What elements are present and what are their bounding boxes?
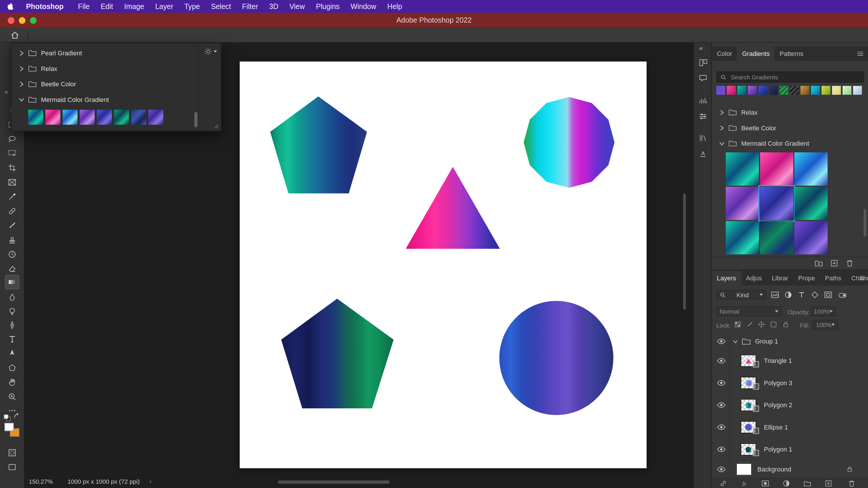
zoom-tool[interactable] [5,390,19,403]
menu-image[interactable]: Image [119,0,150,13]
picker-settings-gear-icon[interactable] [204,48,217,56]
gradient-search-input[interactable] [730,73,861,81]
tab-paths[interactable]: Paths [820,271,846,286]
lock-image-pixels-icon[interactable] [746,321,753,328]
gradient-preset-swatch[interactable] [842,86,851,95]
layer-name[interactable]: Ellipse 1 [764,424,788,431]
layer-row-triangle-1[interactable]: Triangle 1 [712,350,868,372]
gradient-grid-swatch[interactable] [726,152,759,185]
gradient-swatch[interactable] [131,110,146,125]
menu-window[interactable]: Window [345,0,382,13]
filter-adjustment-layers-icon[interactable] [784,290,793,299]
gradient-preset-swatch[interactable] [832,86,841,95]
tab-adjustments[interactable]: Adjus [741,271,767,286]
layer-row-polygon-1[interactable]: Polygon 1 [712,438,868,460]
gradient-grid-swatch-selected[interactable] [760,187,793,220]
healing-brush-tool[interactable] [5,204,19,218]
dodge-tool[interactable] [5,305,19,318]
gradient-tool[interactable] [5,276,19,289]
shape-pentagon-top-left[interactable] [270,96,367,194]
picker-folder-mermaid[interactable]: Mermaid Color Gradient [11,92,194,108]
chevron-right-icon[interactable] [720,125,724,131]
swap-colors-icon[interactable] [13,413,20,419]
chevron-down-icon[interactable] [20,97,24,103]
new-group-icon[interactable] [803,479,812,488]
link-layers-icon[interactable] [719,479,727,488]
gradient-swatch[interactable] [62,110,78,125]
filter-pixel-layers-icon[interactable] [771,290,779,299]
libraries-panel-icon[interactable] [698,133,708,143]
picker-folder-pearl-gradient[interactable]: Pearl Gradient [11,46,194,61]
quick-mask-icon[interactable] [5,446,19,459]
horizontal-scrollbar[interactable] [278,481,390,484]
gradient-swatch[interactable] [45,110,60,125]
visibility-eye-icon[interactable] [717,402,726,408]
visibility-eye-icon[interactable] [717,357,726,364]
lasso-tool[interactable] [5,132,19,146]
gradient-swatch[interactable] [80,110,95,125]
tab-patterns[interactable]: Patterns [775,47,808,61]
menu-type[interactable]: Type [179,0,206,13]
layer-filter-toggle[interactable] [838,291,847,300]
new-layer-icon[interactable] [824,479,833,488]
home-icon[interactable] [10,30,20,40]
object-selection-tool[interactable] [5,147,19,160]
filter-type-layers-icon[interactable] [797,290,806,299]
layer-row-ellipse-1[interactable]: Ellipse 1 [712,416,868,438]
default-colors-icon[interactable] [3,414,11,422]
gradient-preset-swatch[interactable] [790,86,799,95]
gradient-folder-beetle-color[interactable]: Beetle Color [712,120,868,136]
gradient-grid-swatch[interactable] [726,221,759,254]
layer-name[interactable]: Polygon 3 [764,380,792,386]
shape-polygon-top-right[interactable] [524,97,615,188]
layer-thumbnail[interactable] [736,463,752,476]
type-tool[interactable] [5,333,19,346]
expand-tools-icon[interactable]: » [4,88,8,96]
chevron-right-icon[interactable] [720,110,724,115]
tab-properties[interactable]: Prope [793,271,820,286]
gradient-preset-swatch[interactable] [853,86,862,95]
zoom-level[interactable]: 150,27% [29,476,53,487]
frame-tool[interactable] [5,176,19,189]
menu-filter[interactable]: Filter [237,0,264,13]
chevron-right-icon[interactable] [20,81,24,87]
pen-tool[interactable] [5,319,19,332]
hand-tool[interactable] [5,376,19,389]
gradient-grid-swatch[interactable] [795,187,828,220]
crop-tool[interactable] [5,161,19,175]
shape-triangle-center[interactable] [406,167,500,249]
delete-gradient-icon[interactable] [845,259,855,268]
chevron-right-icon[interactable] [20,50,24,56]
layer-row-polygon-3[interactable]: Polygon 3 [712,372,868,394]
lock-transparent-pixels-icon[interactable] [734,321,741,328]
gradient-preset-swatch[interactable] [748,86,757,95]
chevron-down-icon[interactable] [720,141,724,146]
new-gradient-group-icon[interactable] [814,259,823,268]
menu-3d[interactable]: 3D [264,0,284,13]
gradient-preset-swatch[interactable] [727,86,736,95]
menu-plugins[interactable]: Plugins [310,0,345,13]
tab-gradients[interactable]: Gradients [737,47,775,61]
gradient-preset-swatch[interactable] [738,86,746,95]
artboards-panel-icon[interactable] [698,58,708,67]
gradient-preset-swatch[interactable] [801,86,810,95]
foreground-color-swatch[interactable] [4,423,14,431]
lock-all-icon[interactable] [782,321,789,328]
chevron-right-icon[interactable] [20,66,24,71]
layer-row-group[interactable]: Group 1 [712,333,868,350]
gradient-preset-swatch[interactable] [811,86,820,95]
gradients-panel-menu-icon[interactable] [857,50,864,58]
screen-mode-icon[interactable] [5,460,19,474]
layer-name[interactable]: Polygon 2 [764,402,792,408]
fill-field[interactable]: 100% [813,320,838,329]
menu-help[interactable]: Help [382,0,407,13]
filter-smart-objects-icon[interactable] [824,290,833,299]
shape-pentagon-bottom-left[interactable] [281,298,394,408]
layers-opacity-field[interactable]: 100% [810,307,836,316]
menu-edit[interactable]: Edit [95,0,119,13]
visibility-eye-icon[interactable] [717,380,726,386]
layers-blend-mode-select[interactable]: Normal [716,307,782,316]
layers-panel-menu-icon[interactable] [859,274,866,282]
glyphs-panel-icon[interactable]: A [698,149,708,159]
new-adjustment-layer-icon[interactable] [782,479,790,488]
